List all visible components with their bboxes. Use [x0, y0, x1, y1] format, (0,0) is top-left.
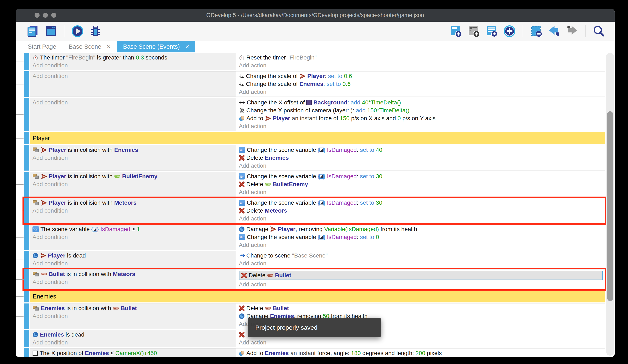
add-condition-button[interactable]: Add condition	[32, 312, 234, 320]
close-icon[interactable]: ×	[107, 43, 111, 50]
add-subevent-icon[interactable]	[467, 24, 480, 38]
condition-line[interactable]: Player is in collision with BulletEnemy	[32, 173, 234, 180]
svg-text:Var: Var	[240, 175, 244, 178]
event-handle[interactable]	[24, 132, 29, 144]
add-condition-button[interactable]: Add condition	[32, 180, 234, 188]
text-segment: :	[357, 147, 360, 153]
condition-line[interactable]: Bullet is in collision with Meteors	[32, 270, 234, 278]
add-condition-button[interactable]: Add condition	[32, 72, 234, 80]
add-action-button[interactable]: Add action	[239, 260, 603, 267]
add-comment-icon[interactable]	[485, 24, 498, 38]
scrollbar-thumb[interactable]	[607, 111, 613, 301]
text-segment: IsDamaged	[327, 234, 357, 241]
add-action-button[interactable]: Add action	[239, 122, 603, 130]
action-line[interactable]: Damage Player, removing Variable(IsDamag…	[239, 225, 603, 233]
text-segment: Change to scene	[246, 252, 292, 259]
redo-icon[interactable]	[565, 24, 579, 38]
action-line[interactable]: VarChange the scene variable {}IsDamaged…	[239, 199, 603, 207]
condition-line[interactable]: The X position of Enemies ≤ CameraX()+45…	[32, 349, 234, 357]
action-line[interactable]: Add to Enemies an instant force, angle: …	[239, 349, 603, 357]
add-action-button[interactable]: Add action	[239, 339, 603, 347]
event-handle[interactable]	[24, 53, 29, 70]
event-handle[interactable]	[24, 71, 29, 97]
event-handle[interactable]	[24, 251, 29, 268]
zoom-window-button[interactable]	[51, 13, 56, 18]
add-condition-button[interactable]: Add condition	[32, 61, 234, 69]
debug-icon[interactable]	[88, 24, 102, 38]
condition-line[interactable]: Enemies is dead	[32, 331, 234, 339]
add-action-button[interactable]: Add action	[239, 61, 603, 69]
event-handle[interactable]	[24, 290, 29, 303]
text-segment: 0	[397, 115, 401, 122]
event-handle[interactable]	[24, 348, 29, 357]
delete-event-icon[interactable]	[529, 24, 543, 38]
text-segment: Change the scale of	[246, 73, 300, 79]
add-condition-button[interactable]: Add condition	[32, 233, 234, 241]
event-handle[interactable]	[24, 269, 29, 289]
action-line[interactable]: Change to scene "Base Scene"	[239, 252, 603, 260]
group-header[interactable]: Enemies	[24, 290, 605, 303]
tab-start-page[interactable]: Start Page	[21, 41, 63, 53]
undo-icon[interactable]	[547, 24, 561, 38]
event-handle[interactable]	[24, 224, 29, 250]
scene-editor-icon[interactable]	[44, 24, 58, 38]
variable-icon: Var	[32, 226, 39, 232]
add-action-button[interactable]: Add action	[239, 241, 603, 249]
text-segment: Background	[313, 99, 347, 106]
add-condition-button[interactable]: Add condition	[32, 339, 234, 347]
play-icon[interactable]	[71, 24, 84, 38]
action-line[interactable]: Change the X offset of Background: add 4…	[239, 99, 603, 107]
event-row: Player is in collision with EnemiesAdd c…	[24, 145, 605, 171]
action-line[interactable]: Delete Meteors	[239, 207, 603, 215]
action-line[interactable]: VarChange the scene variable {}IsDamaged…	[239, 146, 603, 154]
event-handle[interactable]	[24, 98, 29, 131]
condition-line[interactable]: Player is in collision with Enemies	[32, 146, 234, 154]
action-line[interactable]: VarChange the scene variable {}IsDamaged…	[239, 173, 603, 180]
action-line[interactable]: Change the X position of camera (layer: …	[239, 107, 603, 114]
action-line[interactable]: Change the scale of Player: set to 0.6	[239, 72, 603, 80]
conditions-panel: Player is in collision with MeteorsAdd c…	[30, 198, 236, 223]
add-action-button[interactable]: Add action	[239, 162, 603, 170]
action-line[interactable]: Change the scale of Enemies: set to 0.6	[239, 80, 603, 88]
add-circle-icon[interactable]	[503, 24, 516, 38]
conditions-panel: Bullet is in collision with MeteorsAdd c…	[30, 269, 236, 289]
add-condition-button[interactable]: Add condition	[32, 260, 234, 267]
action-line[interactable]: Delete BulletEnemy	[239, 180, 603, 188]
action-line[interactable]: Delete Bullet	[239, 304, 603, 312]
add-action-button[interactable]: Add action	[239, 188, 603, 196]
add-action-button[interactable]: Add action	[239, 215, 603, 223]
event-handle[interactable]	[24, 330, 29, 347]
condition-line[interactable]: The timer "FireBegin" is greater than 0.…	[32, 54, 234, 61]
tab-base-scene[interactable]: Base Scene×	[63, 41, 117, 53]
tab-base-scene-events[interactable]: Base Scene (Events)×	[117, 41, 195, 53]
close-icon[interactable]: ×	[185, 43, 189, 50]
add-condition-button[interactable]: Add condition	[32, 154, 234, 162]
add-condition-button[interactable]: Add condition	[32, 99, 234, 107]
event-handle[interactable]	[24, 172, 29, 197]
action-line[interactable]: Add to Player an instant force of 150 p/…	[239, 114, 603, 122]
minimize-window-button[interactable]	[43, 13, 48, 18]
event-handle[interactable]	[24, 198, 29, 223]
add-action-button[interactable]: Add action	[239, 281, 603, 289]
condition-line[interactable]: Player is in collision with Meteors	[32, 199, 234, 207]
add-event-icon[interactable]	[449, 24, 463, 38]
add-action-button[interactable]: Add action	[239, 88, 603, 96]
condition-line[interactable]: Enemies is in collision with Bullet	[32, 304, 234, 312]
add-condition-button[interactable]: Add condition	[32, 207, 234, 215]
search-icon[interactable]	[592, 24, 606, 38]
event-handle[interactable]	[24, 303, 29, 329]
action-line[interactable]: Delete Enemies	[239, 154, 603, 162]
close-window-button[interactable]	[35, 13, 40, 18]
condition-line[interactable]: Player is dead	[32, 252, 234, 260]
action-line[interactable]: Reset the timer "FireBegin"	[239, 54, 603, 61]
scrollbar-track[interactable]	[606, 53, 614, 356]
project-manager-icon[interactable]	[26, 24, 40, 38]
add-condition-button[interactable]: Add condition	[32, 278, 234, 286]
action-line[interactable]: VarChange the scene variable {}IsDamaged…	[239, 233, 603, 241]
save-toast: Project properly saved	[248, 318, 381, 337]
group-header[interactable]: Player	[24, 132, 605, 144]
toolbar-separator	[523, 25, 523, 37]
action-line[interactable]: Delete Bullet	[239, 271, 603, 280]
event-handle[interactable]	[24, 145, 29, 171]
condition-line[interactable]: VarThe scene variable {}IsDamaged ≥ 1	[32, 225, 234, 233]
